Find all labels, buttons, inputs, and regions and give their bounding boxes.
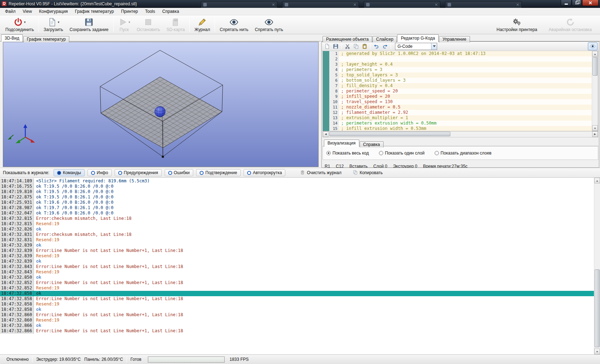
- scroll-up-icon[interactable]: ▲: [594, 178, 600, 183]
- background-browser-tab[interactable]: [282, 1, 359, 8]
- log-row[interactable]: 18:47:32.047ok T:19.6 /0.0 B:26.0 /0.0 @…: [0, 211, 594, 216]
- scroll-down-icon[interactable]: ▼: [592, 125, 598, 131]
- menu-item-configuration[interactable]: Конфигурация: [35, 8, 71, 15]
- log-row[interactable]: 18:47:32.866ok: [0, 323, 594, 328]
- tab-help[interactable]: Справка: [360, 141, 384, 147]
- log-row[interactable]: 18:47:16.755ok T:19.5 /0.0 B:26.0 /0.0 @…: [0, 184, 594, 189]
- select-dropdown-button[interactable]: [431, 43, 437, 50]
- menu-item-tools[interactable]: Tools: [141, 8, 159, 15]
- log-toggle-info[interactable]: Инфо: [88, 169, 112, 176]
- log-row[interactable]: 18:47:32.852Resend:19: [0, 285, 594, 291]
- gcode-type-select[interactable]: G-Code: [395, 43, 437, 50]
- tab-close-icon[interactable]: [516, 3, 519, 6]
- menu-item-file[interactable]: Файл: [1, 8, 19, 15]
- code-line[interactable]: 5; top_solid_layers = 3: [323, 72, 592, 78]
- log-row[interactable]: 18:47:32.839ok: [0, 259, 594, 264]
- tab-temp-graph[interactable]: График температур: [23, 36, 69, 42]
- copy-log-button[interactable]: Копировать: [350, 169, 385, 177]
- editor-redo-button[interactable]: [381, 42, 389, 50]
- toolbar-button-load[interactable]: ▾Загрузить: [40, 16, 66, 33]
- log-row[interactable]: 18:47:19.810ok T:19.5 /0.0 B:26.0 /0.0 @…: [0, 189, 594, 194]
- tab-close-icon[interactable]: [354, 3, 356, 6]
- log-row[interactable]: 18:47:32.866Error:Line Number is not Las…: [0, 328, 594, 334]
- scrollbar-thumb[interactable]: [595, 269, 600, 347]
- log-row[interactable]: 18:47:32.860Resend:19: [0, 318, 594, 323]
- log-row[interactable]: 18:47:32.839Resend:19: [0, 253, 594, 259]
- toolbar-button-save-job[interactable]: Сохранить задание: [66, 16, 112, 33]
- editor-vertical-scrollbar[interactable]: ▲ ▼: [592, 51, 598, 131]
- scroll-down-icon[interactable]: ▼: [594, 349, 600, 354]
- code-line[interactable]: 1; generated by Slic3r 1.0.0RC2 on 2014-…: [323, 51, 592, 56]
- background-browser-tab[interactable]: [364, 1, 440, 8]
- code-line[interactable]: 9; infill_speed = 20: [323, 94, 592, 99]
- log-row[interactable]: 18:47:32.839ok: [0, 243, 594, 248]
- code-line[interactable]: 2: [323, 56, 592, 62]
- editor-horizontal-scrollbar[interactable]: ◀ ▶: [322, 131, 598, 137]
- tab-control[interactable]: Управление: [439, 36, 470, 42]
- editor-save-file-button[interactable]: [332, 42, 340, 50]
- code-line[interactable]: 6; bottom_solid_layers = 3: [323, 78, 592, 83]
- tab-view-3d[interactable]: 3D-Вид: [1, 34, 23, 42]
- menu-item-view[interactable]: View: [19, 8, 36, 15]
- log-row[interactable]: 18:47:32.839Error:Line Number is not Las…: [0, 248, 594, 253]
- background-browser-tab[interactable]: [445, 1, 522, 8]
- code-line[interactable]: 15; infill extrusion width = 0.53mm: [323, 126, 592, 131]
- log-row[interactable]: 18:47:32.852Error:Line Number is not Las…: [0, 280, 594, 285]
- scroll-up-icon[interactable]: ▲: [592, 51, 598, 57]
- log-row[interactable]: 18:47:32.843Resend:19: [0, 269, 594, 275]
- scrollbar-thumb[interactable]: [592, 57, 598, 76]
- code-line[interactable]: 12; filament_diameter = 2.92: [323, 110, 592, 115]
- log-row[interactable]: 18:47:22.875ok T:19.5 /0.0 B:26.1 /0.0 @…: [0, 194, 594, 200]
- toolbar-button-hide-filament[interactable]: Спрятать нить: [216, 16, 251, 33]
- toolbar-button-printer-settings[interactable]: Настройки принтера: [493, 16, 540, 33]
- toggle-preview-button[interactable]: [588, 42, 598, 50]
- log-row[interactable]: 18:47:25.931ok T:19.6 /0.0 B:26.0 /0.0 @…: [0, 200, 594, 205]
- code-line[interactable]: 4; perimeters = 3: [323, 67, 592, 72]
- toolbar-button-journal[interactable]: Журнал: [191, 16, 213, 33]
- background-browser-tab[interactable]: [201, 1, 278, 8]
- log-row[interactable]: 18:47:32.858ok: [0, 291, 594, 296]
- radio-show-all-code[interactable]: Показать весь код: [326, 151, 369, 156]
- log-area[interactable]: 18:47:14.189<Slic3r> Filament required: …: [0, 178, 600, 354]
- radio-show-layer-range[interactable]: Показать диапазон слоев: [435, 151, 492, 156]
- gcode-lines[interactable]: 1; generated by Slic3r 1.0.0RC2 on 2014-…: [323, 51, 592, 131]
- model-object[interactable]: [155, 106, 165, 117]
- log-row[interactable]: 18:47:28.987ok T:19.7 /0.0 B:26.1 /0.0 @…: [0, 205, 594, 211]
- code-line[interactable]: 3; layer_height = 0.4: [323, 62, 592, 67]
- log-toggle-warnings[interactable]: Предупреждения: [115, 169, 162, 176]
- menu-item-printer[interactable]: Принтер: [118, 8, 141, 15]
- tab-close-icon[interactable]: [272, 3, 275, 6]
- log-vertical-scrollbar[interactable]: ▲ ▼: [594, 178, 600, 354]
- log-row[interactable]: 18:47:32.850ok: [0, 275, 594, 280]
- toolbar-button-connect[interactable]: ▾Подсоединить: [2, 16, 37, 33]
- code-line[interactable]: 14; perimeters extrusion width = 0.50mm: [323, 121, 592, 126]
- log-row[interactable]: 18:47:32.858ok: [0, 307, 594, 312]
- log-row[interactable]: 18:47:32.815Resend:19: [0, 221, 594, 227]
- dropdown-arrow-icon[interactable]: ▾: [129, 20, 130, 24]
- minimize-button[interactable]: [561, 0, 571, 6]
- log-row[interactable]: 18:47:32.815Error:checksum mismatch, Las…: [0, 216, 594, 221]
- log-toggle-errors[interactable]: Ошибки: [165, 169, 194, 176]
- dropdown-arrow-icon[interactable]: ▾: [58, 20, 60, 24]
- log-row[interactable]: 18:47:32.831Error:checksum mismatch, Las…: [0, 232, 594, 237]
- clear-log-button[interactable]: Очистить журнал: [298, 169, 344, 177]
- gcode-code-area[interactable]: 1; generated by Slic3r 1.0.0RC2 on 2014-…: [322, 51, 598, 131]
- log-row[interactable]: 18:47:32.858Resend:19: [0, 302, 594, 307]
- editor-copy-button[interactable]: [352, 42, 360, 50]
- menu-item-temperature-graph[interactable]: График температур: [71, 8, 118, 15]
- tab-gcode-editor[interactable]: Редактор G-Кода: [397, 34, 438, 42]
- log-row[interactable]: 18:47:32.826ok: [0, 227, 594, 232]
- log-row[interactable]: 18:47:14.189<Slic3r> Filament required: …: [0, 178, 594, 184]
- log-row[interactable]: 18:47:32.858Error:Line Number is not Las…: [0, 296, 594, 302]
- editor-undo-button[interactable]: [372, 42, 380, 50]
- code-line[interactable]: 10; travel_speed = 130: [323, 99, 592, 105]
- titlebar[interactable]: Repetier-Host V0.95F - ListViewItem: {20…: [0, 0, 600, 8]
- menu-item-help[interactable]: Справка: [159, 8, 182, 15]
- log-toggle-commands[interactable]: Команды: [54, 169, 85, 176]
- log-toggle-autoscroll[interactable]: Автопрокрутка: [244, 169, 285, 176]
- scrollbar-thumb[interactable]: [329, 132, 450, 136]
- log-row[interactable]: 18:47:32.831Resend:19: [0, 237, 594, 243]
- tab-close-icon[interactable]: [435, 3, 438, 6]
- tab-slicer[interactable]: Слайсер: [372, 36, 397, 42]
- editor-new-file-button[interactable]: [323, 42, 331, 50]
